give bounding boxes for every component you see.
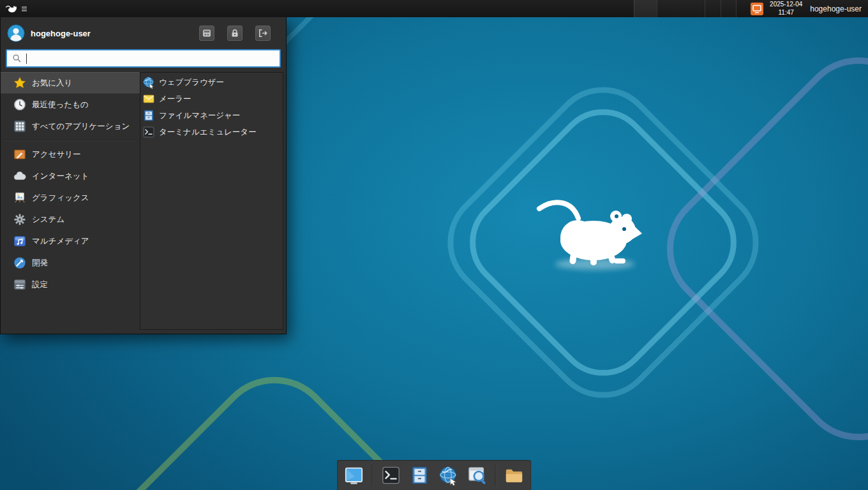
category-label: インターネット bbox=[32, 171, 89, 182]
logout-icon bbox=[258, 28, 268, 38]
app-item-web-browser[interactable]: ウェブブラウザー bbox=[140, 74, 283, 91]
xfce-mouse-icon bbox=[5, 4, 18, 13]
text-caret bbox=[26, 54, 27, 64]
workspace-4[interactable] bbox=[721, 0, 737, 17]
folder-icon bbox=[504, 465, 525, 486]
clock-time: 11:47 bbox=[779, 9, 794, 17]
clock[interactable]: 2025-12-04 11:47 bbox=[770, 1, 802, 17]
category-item-development[interactable]: 開発 bbox=[1, 252, 140, 274]
category-list: お気に入り 最近使ったもの すべてのアプリケーション アクセサリー bbox=[1, 72, 140, 334]
category-label: お気に入り bbox=[32, 78, 72, 89]
category-label: 開発 bbox=[32, 258, 48, 269]
category-item-favorites[interactable]: お気に入り bbox=[1, 72, 140, 94]
logout-button[interactable] bbox=[255, 26, 271, 41]
category-item-accessories[interactable]: アクセサリー bbox=[1, 144, 140, 165]
search-input[interactable] bbox=[31, 54, 274, 63]
dock-button-folder[interactable] bbox=[504, 464, 525, 486]
history-clock-icon bbox=[13, 98, 27, 112]
dock-button-web-browser[interactable] bbox=[438, 464, 460, 486]
settings-icon bbox=[202, 28, 212, 38]
dock-button-app-finder[interactable] bbox=[467, 464, 488, 486]
whisker-menu: hogehoge-user bbox=[0, 17, 287, 334]
web-browser-globe-icon bbox=[142, 76, 155, 89]
category-item-settings[interactable]: 設定 bbox=[1, 274, 140, 295]
menu-header-buttons bbox=[199, 26, 271, 41]
category-label: 最近使ったもの bbox=[32, 100, 89, 110]
search-icon bbox=[12, 54, 22, 63]
top-panel: 2025-12-04 11:47 hogehoge-user bbox=[0, 0, 868, 17]
category-label: すべてのアプリケーション bbox=[32, 121, 130, 132]
app-finder-icon bbox=[467, 465, 488, 486]
lock-icon bbox=[230, 28, 240, 38]
terminal-icon bbox=[142, 126, 155, 138]
category-label: マルチメディア bbox=[32, 236, 89, 247]
category-label: システム bbox=[32, 214, 64, 225]
search-row bbox=[1, 49, 286, 72]
updater-tray-icon bbox=[751, 3, 763, 15]
app-item-mailer[interactable]: メーラー bbox=[140, 91, 283, 107]
workspace-switcher bbox=[634, 0, 737, 17]
category-label: 設定 bbox=[32, 279, 48, 290]
category-item-system[interactable]: システム bbox=[1, 209, 140, 230]
workspace-2[interactable] bbox=[657, 0, 705, 17]
xfce-mouse-logo bbox=[539, 202, 642, 270]
clock-date: 2025-12-04 bbox=[770, 1, 802, 9]
category-item-all-applications[interactable]: すべてのアプリケーション bbox=[1, 115, 140, 137]
category-item-recent[interactable]: 最近使ったもの bbox=[1, 94, 140, 115]
dock-button-show-desktop[interactable] bbox=[343, 464, 365, 486]
applications-menu-button[interactable] bbox=[0, 0, 32, 17]
tray-icon-button[interactable] bbox=[751, 3, 763, 15]
category-item-multimedia[interactable]: マルチメディア bbox=[1, 230, 140, 252]
dock-separator bbox=[495, 464, 497, 486]
panel-username[interactable]: hogehoge-user bbox=[810, 4, 862, 13]
app-list: ウェブブラウザー メーラー ファイルマネージャー ターミナルエミュレーター bbox=[140, 72, 283, 330]
app-label: メーラー bbox=[159, 94, 191, 105]
lock-screen-button[interactable] bbox=[227, 26, 243, 41]
menu-header: hogehoge-user bbox=[1, 17, 286, 49]
app-label: ターミナルエミュレーター bbox=[159, 127, 257, 138]
internet-cloud-icon bbox=[13, 169, 27, 183]
web-browser-globe-icon bbox=[438, 465, 459, 486]
search-box[interactable] bbox=[6, 49, 281, 68]
dock-button-terminal[interactable] bbox=[380, 464, 402, 486]
menu-hamburger-icon bbox=[21, 6, 27, 12]
dock-button-file-manager[interactable] bbox=[409, 464, 431, 486]
system-gear-icon bbox=[13, 212, 27, 226]
menu-body: お気に入り 最近使ったもの すべてのアプリケーション アクセサリー bbox=[1, 72, 286, 334]
dock-separator bbox=[372, 464, 373, 486]
app-item-terminal[interactable]: ターミナルエミュレーター bbox=[140, 124, 283, 140]
workspace-1[interactable] bbox=[634, 0, 657, 17]
category-item-internet[interactable]: インターネット bbox=[1, 165, 140, 187]
settings-manager-button[interactable] bbox=[199, 26, 214, 41]
multimedia-icon bbox=[13, 234, 27, 248]
accessories-icon bbox=[13, 147, 27, 161]
graphics-icon bbox=[13, 191, 27, 205]
terminal-icon bbox=[381, 465, 401, 486]
app-label: ファイルマネージャー bbox=[159, 110, 240, 121]
user-avatar bbox=[7, 24, 25, 42]
development-icon bbox=[13, 256, 27, 270]
category-separator bbox=[4, 140, 136, 141]
menu-username: hogehoge-user bbox=[31, 29, 91, 38]
app-label: ウェブブラウザー bbox=[159, 77, 224, 88]
category-item-graphics[interactable]: グラフィックス bbox=[1, 187, 140, 209]
dock bbox=[337, 460, 532, 490]
app-item-file-manager[interactable]: ファイルマネージャー bbox=[140, 107, 283, 124]
all-apps-grid-icon bbox=[13, 119, 27, 133]
star-icon bbox=[13, 76, 27, 90]
category-label: アクセサリー bbox=[32, 149, 80, 160]
category-label: グラフィックス bbox=[32, 193, 89, 204]
show-desktop-icon bbox=[344, 465, 364, 486]
mail-envelope-icon bbox=[142, 93, 155, 105]
file-cabinet-icon bbox=[142, 109, 155, 122]
workspace-3[interactable] bbox=[705, 0, 721, 17]
file-cabinet-icon bbox=[410, 465, 430, 486]
settings-sliders-icon bbox=[13, 278, 27, 292]
